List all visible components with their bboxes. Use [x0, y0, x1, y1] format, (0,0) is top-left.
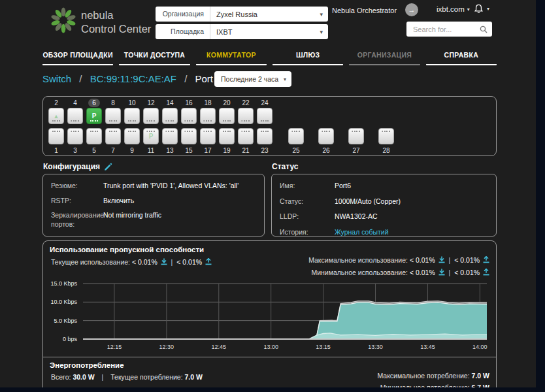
port-14[interactable]: [162, 108, 178, 124]
account-menu[interactable]: ixbt.com▾: [437, 5, 470, 13]
port-4[interactable]: [67, 108, 83, 124]
power-max-label: Максимальное потребление:: [377, 372, 469, 380]
port-12[interactable]: [143, 108, 159, 124]
power-max: Максимальное потребление: 7.0 W: [377, 372, 489, 380]
download-icon: [438, 269, 445, 276]
port-28[interactable]: [378, 128, 394, 144]
rj45-pins: [90, 120, 99, 122]
port-number-24: 24: [257, 99, 272, 107]
breadcrumb-device-link[interactable]: BC:99:11:9C:AE:AF: [90, 73, 176, 84]
port-number-2: 2: [48, 99, 64, 107]
info-label: История:: [280, 228, 335, 237]
port-3[interactable]: [67, 128, 83, 144]
caret-down-icon: ▾: [284, 76, 286, 82]
tab-gateway[interactable]: ШЛЮЗ: [272, 47, 343, 65]
port-9[interactable]: [124, 128, 140, 144]
svg-text:12:15: 12:15: [107, 344, 122, 350]
rj45-pins: [261, 120, 269, 122]
info-value: Not mirroring traffic: [103, 211, 256, 229]
rj45-pins: [52, 131, 61, 132]
tab-switch[interactable]: КОММУТАТОР: [196, 47, 267, 65]
port-8[interactable]: [105, 108, 121, 124]
port-number-6: 6: [86, 99, 102, 107]
rj45-pins: [261, 131, 269, 132]
tab-site-overview[interactable]: ОБЗОР ПЛОЩАДКИ: [42, 47, 113, 65]
port-5[interactable]: [86, 128, 102, 144]
download-icon: [161, 258, 167, 265]
port-number-7: 7: [105, 146, 121, 155]
port-number-28: 28: [378, 146, 394, 155]
time-range-select[interactable]: Последние 2 часа ▾: [214, 71, 291, 87]
port-17[interactable]: [200, 128, 216, 144]
breadcrumb-switch-link[interactable]: Switch: [42, 73, 71, 84]
port-24[interactable]: [257, 108, 272, 124]
brand-line-2: Control Center: [81, 22, 151, 36]
port-number-13: 13: [162, 146, 178, 155]
info-value: NWA1302-AC: [335, 212, 488, 221]
arrow-right-icon: →: [408, 6, 416, 14]
search-icon[interactable]: [479, 25, 488, 34]
organization-select-value: Zyxel Russia: [210, 10, 320, 18]
current-usage-label: Текущее использование:: [51, 258, 130, 266]
port-18[interactable]: [200, 108, 216, 124]
port-number-5: 5: [86, 146, 102, 155]
port-23[interactable]: [257, 128, 272, 144]
port-number-11: 11: [143, 146, 159, 155]
orchestrator-toggle[interactable]: →: [405, 3, 418, 16]
rj45-pins: [71, 131, 80, 132]
info-row: Зеркалирование портов:Not mirroring traf…: [51, 211, 256, 229]
config-title-text: Конфигурация: [43, 162, 100, 171]
port-number-12: 12: [143, 99, 159, 107]
breadcrumb-separator: /: [79, 73, 82, 84]
edit-icon[interactable]: [104, 163, 112, 171]
min-usage-label: Минимальное использование:: [311, 269, 408, 276]
usage-separator: |: [449, 269, 451, 276]
notifications-menu[interactable]: ▾: [473, 3, 489, 14]
port-13[interactable]: [162, 128, 178, 144]
download-icon: [438, 256, 445, 263]
tab-organization[interactable]: ОРГАНИЗАЦИЯ: [349, 47, 420, 65]
port-21[interactable]: [238, 128, 254, 144]
search-input[interactable]: [412, 25, 479, 34]
tab-help[interactable]: СПРАВКА: [426, 47, 497, 65]
min-upload-value: < 0.01%: [454, 269, 480, 276]
site-select[interactable]: Площадка IXBT ▾: [156, 24, 328, 39]
port-7[interactable]: [105, 128, 121, 144]
usage-separator: |: [449, 256, 451, 264]
port-20[interactable]: [219, 108, 235, 124]
sfp-port-icons: [288, 128, 394, 144]
organization-select[interactable]: Организация Zyxel Russia ▾: [156, 7, 328, 22]
rj45-pins: [223, 131, 231, 132]
power-max-value: 7.0 W: [472, 372, 489, 380]
info-row: Резюме:Trunk port with 'PVID 1', Allowed…: [51, 182, 256, 191]
tab-access-points[interactable]: ТОЧКИ ДОСТУПА: [119, 47, 190, 65]
organization-select-label: Организация: [156, 7, 210, 22]
port-26[interactable]: [318, 128, 334, 144]
port-19[interactable]: [219, 128, 235, 144]
port-number-19: 19: [219, 146, 235, 155]
port-2[interactable]: ▲: [48, 108, 64, 124]
port-number-8: 8: [105, 99, 121, 107]
caret-down-icon: ▾: [320, 11, 328, 18]
info-row: Статус:1000M/Auto (Copper): [280, 197, 488, 206]
status-section-title: Статус: [272, 162, 298, 171]
port-number-18: 18: [200, 99, 216, 107]
port-27[interactable]: [348, 128, 364, 144]
nebula-logo-icon: [50, 7, 77, 34]
port-16[interactable]: [181, 108, 197, 124]
port-15[interactable]: [181, 128, 197, 144]
section-divider: [43, 357, 496, 357]
port-1[interactable]: [48, 128, 64, 144]
port-6[interactable]: P: [86, 108, 102, 124]
port-22[interactable]: [238, 108, 254, 124]
info-row: Имя:Port6: [280, 182, 488, 191]
port-number-4: 4: [67, 99, 83, 107]
port-25[interactable]: [288, 128, 304, 144]
switch-ports-panel: 24681012141618202224 ▲P P 13579111315171…: [42, 96, 497, 156]
port-11[interactable]: P: [143, 128, 159, 144]
status-title-text: Статус: [272, 162, 298, 171]
event-log-link[interactable]: Журнал событий: [335, 228, 488, 237]
port-10[interactable]: [124, 108, 140, 124]
breadcrumb-separator: /: [184, 73, 187, 84]
port-numbers-top: 24681012141618202224: [48, 99, 272, 107]
